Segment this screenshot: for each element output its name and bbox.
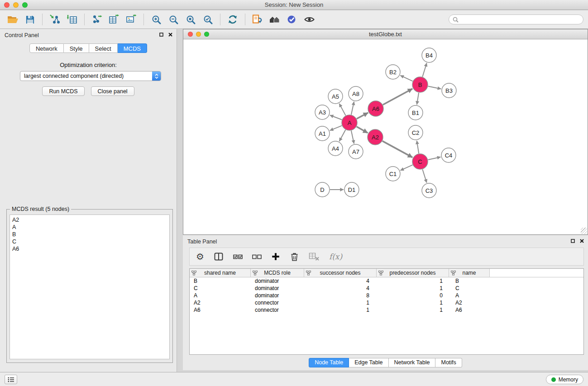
table-row[interactable]: Bdominator41B bbox=[190, 277, 583, 285]
table-toolbar: ⚙ bbox=[189, 248, 584, 266]
mcds-result-list[interactable]: A2ABCA6 bbox=[10, 214, 170, 359]
window-resize-grip[interactable] bbox=[581, 228, 587, 234]
unselect-all-button[interactable] bbox=[252, 252, 262, 262]
task-history-button[interactable] bbox=[5, 375, 17, 384]
column-header-name[interactable]: name bbox=[449, 269, 490, 277]
graph-node-label: C4 bbox=[445, 152, 453, 159]
zoom-selected-button[interactable] bbox=[200, 12, 216, 27]
show-column-button[interactable] bbox=[214, 252, 224, 262]
toolbar-separator bbox=[84, 14, 85, 25]
mcds-result-item[interactable]: B bbox=[12, 231, 167, 238]
network-minimize-button[interactable] bbox=[196, 32, 201, 37]
search-input[interactable] bbox=[461, 16, 579, 23]
graph-edge-A-A3[interactable] bbox=[330, 115, 342, 119]
show-all-button[interactable] bbox=[267, 12, 283, 27]
tab-network-table[interactable]: Network Table bbox=[389, 358, 436, 367]
open-session-button[interactable] bbox=[5, 12, 21, 27]
column-header-predecessor-nodes[interactable]: predecessor nodes bbox=[377, 269, 449, 277]
table-cell: connector bbox=[251, 307, 304, 313]
graph-edge-A-A1[interactable] bbox=[330, 126, 342, 131]
apply-style-button[interactable] bbox=[284, 12, 300, 27]
tab-network[interactable]: Network bbox=[29, 43, 64, 53]
graph-edge-B-B2[interactable] bbox=[400, 76, 412, 81]
export-table-button[interactable] bbox=[106, 12, 122, 27]
import-network-button[interactable] bbox=[47, 12, 63, 27]
column-header-successor-nodes[interactable]: successor nodes bbox=[304, 269, 377, 277]
delete-table-button[interactable] bbox=[309, 252, 320, 261]
function-builder-button[interactable]: f(x) bbox=[329, 252, 342, 261]
table-settings-button[interactable]: ⚙ bbox=[196, 252, 204, 261]
network-canvas[interactable]: B4B2BB3A5A8A6A3B1AC2A1A2A4A7C4CC1DD1C3 bbox=[183, 39, 588, 234]
graph-edge-B-B4[interactable] bbox=[422, 63, 426, 77]
zoom-selected-icon bbox=[203, 14, 213, 25]
close-panel-button[interactable]: Close panel bbox=[91, 86, 134, 96]
search-field[interactable] bbox=[449, 14, 583, 24]
table-cell: 1 bbox=[304, 300, 377, 306]
tab-select[interactable]: Select bbox=[89, 43, 118, 53]
mcds-result-item[interactable]: A bbox=[12, 224, 167, 231]
table-panel-header: Table Panel bbox=[183, 235, 588, 247]
import-table-button[interactable] bbox=[64, 12, 80, 27]
graph-edge-A-A2[interactable] bbox=[357, 127, 368, 133]
network-close-button[interactable] bbox=[188, 32, 193, 37]
export-network-button[interactable] bbox=[89, 12, 105, 27]
table-row[interactable]: A6connector11A6 bbox=[190, 306, 583, 314]
tab-motifs[interactable]: Motifs bbox=[435, 358, 462, 367]
table-cell: 1 bbox=[377, 278, 449, 284]
column-header-shared-name[interactable]: shared name bbox=[190, 269, 251, 277]
first-neighbors-button[interactable] bbox=[249, 12, 266, 27]
graph-edge-B-B1[interactable] bbox=[417, 93, 419, 105]
tab-node-table[interactable]: Node Table bbox=[309, 358, 349, 367]
close-window-button[interactable] bbox=[4, 2, 10, 8]
save-session-button[interactable] bbox=[22, 12, 38, 27]
table-row[interactable]: Adominator80A bbox=[190, 292, 583, 299]
graph-edge-C-C3[interactable] bbox=[422, 169, 426, 183]
close-panel-icon[interactable] bbox=[168, 33, 172, 37]
graph-node-label: D1 bbox=[348, 186, 356, 193]
network-graph[interactable]: B4B2BB3A5A8A6A3B1AC2A1A2A4A7C4CC1DD1C3 bbox=[183, 39, 588, 234]
export-image-button[interactable] bbox=[123, 12, 139, 27]
graph-node-label: A2 bbox=[372, 134, 379, 141]
graph-edge-C-C2[interactable] bbox=[417, 141, 419, 153]
close-panel-icon[interactable] bbox=[580, 239, 584, 243]
graph-edge-B-B3[interactable] bbox=[428, 86, 441, 89]
network-zoom-button[interactable] bbox=[204, 32, 209, 37]
zoom-fit-button[interactable] bbox=[182, 12, 199, 27]
show-hide-graphics-button[interactable] bbox=[301, 12, 317, 27]
zoom-in-button[interactable] bbox=[148, 12, 164, 27]
chevron-up-icon bbox=[155, 74, 158, 76]
float-panel-icon[interactable] bbox=[159, 33, 163, 37]
column-header-mcds-role[interactable]: MCDS role bbox=[251, 269, 304, 277]
delete-row-button[interactable] bbox=[290, 252, 299, 262]
graph-edge-C-C4[interactable] bbox=[428, 157, 441, 160]
refresh-button[interactable] bbox=[225, 12, 241, 27]
select-all-button[interactable] bbox=[233, 252, 243, 262]
tab-style[interactable]: Style bbox=[64, 43, 89, 53]
minimize-window-button[interactable] bbox=[13, 2, 19, 8]
graph-edge-A2-C[interactable] bbox=[382, 141, 413, 157]
zoom-out-button[interactable] bbox=[165, 12, 182, 27]
node-table: shared name MCDS role successor nodes pr… bbox=[189, 268, 584, 355]
run-mcds-button[interactable]: Run MCDS bbox=[42, 86, 84, 96]
optimization-criterion-dropdown[interactable]: largest connected component (directed) bbox=[20, 71, 161, 81]
zoom-window-button[interactable] bbox=[22, 2, 28, 8]
graph-edge-C-C1[interactable] bbox=[400, 165, 412, 170]
tab-mcds[interactable]: MCDS bbox=[118, 43, 147, 53]
table-row[interactable]: Cdominator41C bbox=[190, 285, 583, 292]
mcds-result-item[interactable]: A6 bbox=[12, 245, 167, 253]
table-row[interactable]: A2connector11A2 bbox=[190, 299, 583, 306]
graph-edge-A6-B[interactable] bbox=[383, 89, 412, 105]
graph-node-label: B2 bbox=[389, 69, 397, 76]
graph-edge-A-A6[interactable] bbox=[357, 113, 368, 119]
memory-button[interactable]: Memory bbox=[546, 375, 583, 384]
float-panel-icon[interactable] bbox=[571, 239, 575, 243]
graph-edge-A-A7[interactable] bbox=[351, 131, 354, 144]
add-row-button[interactable] bbox=[271, 252, 280, 261]
dropdown-selected-value: largest connected component (directed) bbox=[20, 73, 152, 79]
graph-edge-A-A8[interactable] bbox=[351, 102, 354, 115]
mcds-result-item[interactable]: C bbox=[12, 238, 167, 245]
mcds-result-item[interactable]: A2 bbox=[12, 216, 167, 224]
graph-edge-A-A5[interactable] bbox=[339, 104, 345, 115]
tab-edge-table[interactable]: Edge Table bbox=[349, 358, 388, 367]
graph-edge-A-A4[interactable] bbox=[339, 130, 346, 141]
